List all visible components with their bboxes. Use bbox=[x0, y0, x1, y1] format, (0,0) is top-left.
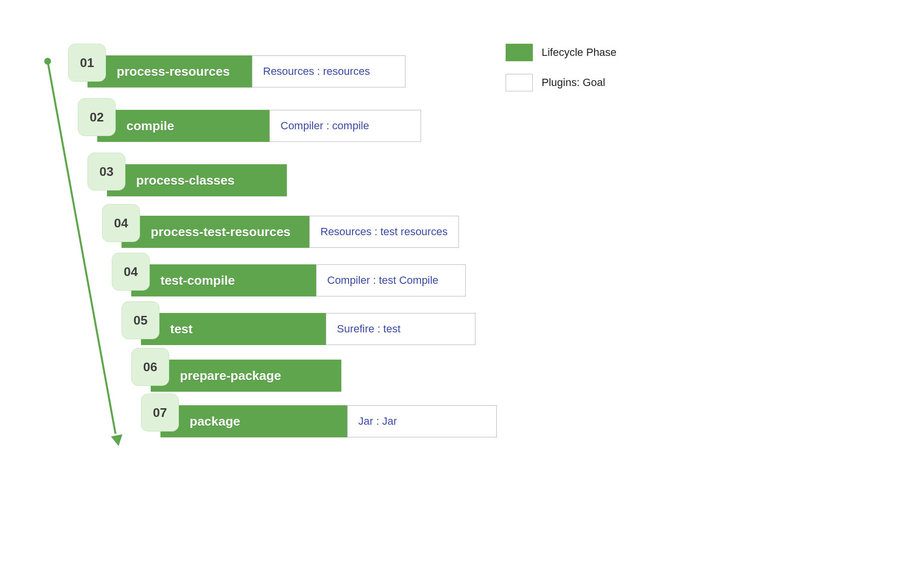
legend-row-phase: Lifecycle Phase bbox=[506, 44, 710, 61]
plugin-goal: Compiler : compile bbox=[269, 110, 421, 142]
legend-swatch-goal bbox=[506, 74, 533, 91]
step-number-badge: 03 bbox=[88, 153, 125, 190]
lifecycle-phase: package bbox=[160, 405, 347, 437]
step-number-badge: 04 bbox=[112, 253, 150, 291]
plugin-goal: Compiler : test Compile bbox=[316, 264, 466, 296]
step-number-badge: 06 bbox=[131, 348, 169, 386]
lifecycle-phase: process-classes bbox=[107, 164, 287, 196]
legend-label-phase: Lifecycle Phase bbox=[542, 46, 616, 59]
plugin-goal: Resources : resources bbox=[252, 55, 405, 87]
step: 05testSurefire : test bbox=[122, 301, 559, 345]
plugin-goal: Surefire : test bbox=[326, 313, 475, 345]
lifecycle-phase: compile bbox=[97, 110, 269, 142]
plugin-goal: Resources : test resources bbox=[309, 216, 459, 248]
step-number-badge: 04 bbox=[102, 204, 140, 242]
step-number-badge: 07 bbox=[141, 394, 179, 432]
step-number-badge: 05 bbox=[122, 301, 159, 339]
step: 07packageJar : Jar bbox=[141, 394, 579, 437]
legend-row-goal: Plugins: Goal bbox=[506, 74, 710, 91]
plugin-goal: Jar : Jar bbox=[347, 405, 497, 437]
step: 06prepare-package bbox=[131, 348, 569, 392]
lifecycle-phase: test-compile bbox=[131, 264, 316, 296]
legend-label-goal: Plugins: Goal bbox=[542, 76, 605, 89]
step: 01process-resourcesResources : resources bbox=[68, 44, 506, 87]
arrow-head bbox=[111, 434, 124, 447]
legend: Lifecycle Phase Plugins: Goal bbox=[506, 44, 710, 104]
step-number-badge: 02 bbox=[78, 98, 116, 136]
step: 03process-classes bbox=[88, 153, 525, 196]
legend-swatch-phase bbox=[506, 44, 533, 61]
lifecycle-phase: process-resources bbox=[88, 55, 252, 87]
lifecycle-phase: test bbox=[141, 313, 326, 345]
step: 02compileCompiler : compile bbox=[78, 98, 515, 142]
lifecycle-phase: prepare-package bbox=[151, 360, 341, 392]
step: 04test-compileCompiler : test Compile bbox=[112, 253, 549, 296]
diagram-canvas: 01process-resourcesResources : resources… bbox=[0, 0, 914, 588]
lifecycle-phase: process-test-resources bbox=[122, 216, 309, 248]
step-number-badge: 01 bbox=[68, 44, 106, 82]
step: 04process-test-resourcesResources : test… bbox=[102, 204, 540, 248]
